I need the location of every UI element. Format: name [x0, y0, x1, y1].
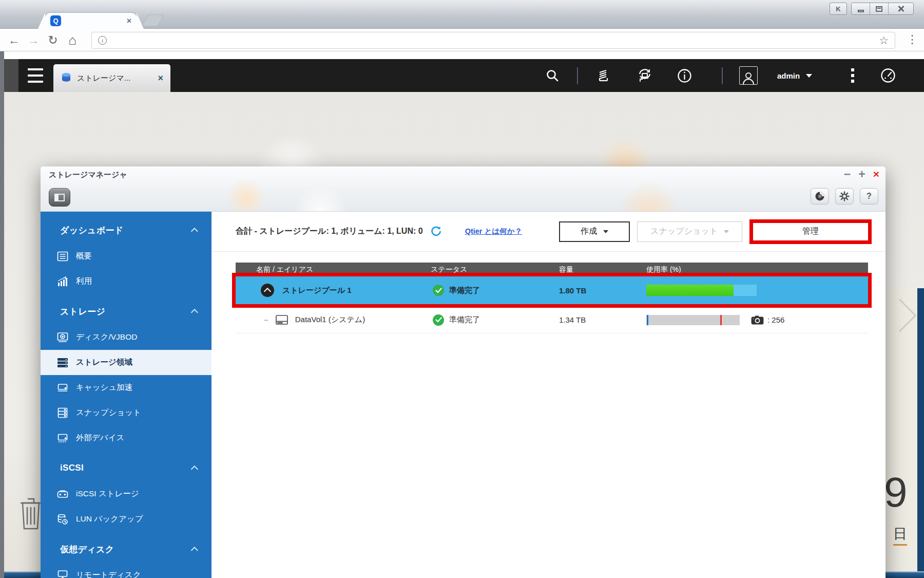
col-capacity: 容量 — [559, 265, 646, 274]
table-row-datavol[interactable]: − DataVol1 (システム) — [236, 307, 868, 333]
sidebar-item-label: 概要 — [76, 251, 92, 262]
qtier-help-link[interactable]: Qtier とは何か？ — [465, 227, 522, 236]
sidebar-item-snapshot[interactable]: スナップショット — [41, 400, 211, 425]
browser-window-controls: K — [830, 3, 914, 15]
sidebar-item-lun-backup[interactable]: LUN バックアップ — [41, 507, 211, 532]
window-close-button[interactable]: × — [873, 167, 879, 181]
window-expand-button[interactable]: + — [858, 167, 865, 181]
usage-bar — [646, 285, 757, 296]
browser-tab[interactable]: Q × — [45, 13, 137, 29]
qts-page: ストレージマ... × — [4, 51, 924, 578]
sidebar-item-label: ストレージ領域 — [76, 357, 132, 368]
help-button[interactable]: ? — [860, 188, 878, 204]
volume-drive-icon — [276, 315, 288, 325]
sidebar: ダッシュボード 概要 — [41, 212, 211, 578]
manage-button[interactable]: 管理 — [753, 223, 868, 240]
new-tab-button[interactable] — [142, 14, 164, 26]
sidebar-item-cache-acceleration[interactable]: キャッシュ加速 — [41, 375, 211, 400]
qts-app-tab-close-icon[interactable]: × — [158, 73, 163, 84]
capacity-value: 1.34 TB — [559, 315, 646, 324]
sidebar-item-label: 外部デバイス — [76, 433, 124, 443]
snapshot-button[interactable]: スナップショット — [637, 221, 742, 242]
col-name: 名前 / エイリアス — [236, 265, 431, 274]
sidebar-item-overview[interactable]: 概要 — [41, 244, 211, 269]
extra-k-button[interactable]: K — [830, 3, 847, 15]
reload-icon[interactable]: ↻ — [45, 29, 61, 51]
sidebar-section-iscsi[interactable]: iSCSI — [41, 455, 211, 481]
sidebar-item-label: LUN バックアップ — [76, 514, 143, 525]
usage-tick-threshold — [720, 315, 722, 325]
usage-bar — [646, 315, 740, 325]
settings-button[interactable] — [835, 188, 854, 204]
chevron-down-icon — [603, 230, 608, 233]
search-icon[interactable] — [542, 59, 563, 92]
maximize-button[interactable] — [870, 3, 889, 14]
home-icon[interactable]: ⌂ — [65, 29, 80, 51]
sidebar-item-external-device[interactable]: 外部デバイス — [41, 425, 211, 451]
summary-bar: 合計 - ストレージプール: 1, ボリューム: 1, LUN: 0 Qtier… — [211, 212, 886, 252]
iscsi-storage-icon — [56, 488, 69, 500]
chevron-up-icon — [191, 228, 198, 235]
chevron-down-icon — [724, 230, 729, 233]
sidebar-item-label: リモートディスク — [76, 570, 141, 578]
section-label: iSCSI — [60, 463, 84, 473]
qts-app-tab[interactable]: ストレージマ... × — [53, 64, 170, 92]
section-label: 仮想ディスク — [60, 544, 114, 555]
storage-manager-window: ストレージマネージャ − + × — [41, 166, 886, 578]
tab-close-icon[interactable]: × — [127, 16, 131, 26]
sidebar-item-storage-space[interactable]: ストレージ領域 — [41, 350, 211, 375]
snapshot-camera-icon — [751, 315, 764, 325]
qnap-logo-icon — [815, 191, 825, 201]
qnap-favicon-icon: Q — [50, 15, 61, 26]
section-label: ストレージ — [60, 306, 105, 318]
sidebar-item-disk-vjbod[interactable]: ディスク/VJBOD — [41, 325, 211, 350]
sidebar-item-remote-disk[interactable]: リモートディスク — [41, 563, 211, 578]
info-icon[interactable] — [674, 59, 695, 92]
help-label: ? — [867, 192, 872, 201]
close-icon — [897, 5, 904, 12]
manage-highlight-box: 管理 — [749, 219, 872, 244]
topbar-edge — [4, 59, 18, 92]
qnap-logo-button[interactable] — [811, 188, 829, 204]
bookmark-star-icon[interactable]: ☆ — [879, 34, 889, 47]
pool-name: ストレージプール 1 — [282, 286, 352, 295]
forward-arrow-icon: → — [26, 29, 41, 51]
qts-app-tab-label: ストレージマ... — [72, 73, 158, 83]
sync-devices-icon[interactable] — [634, 59, 655, 92]
sidebar-item-utilization[interactable]: 利用 — [41, 269, 211, 294]
main-menu-icon[interactable] — [28, 68, 43, 83]
dashboard-gauge-icon[interactable] — [877, 59, 899, 92]
table-row-storage-pool[interactable]: ストレージプール 1 準備完了 1.80 TB — [236, 276, 868, 304]
browser-menu-dots-icon[interactable]: ⋮ — [907, 33, 918, 46]
sidebar-section-virtual-disk[interactable]: 仮想ディスク — [41, 536, 211, 563]
panel-toggle-icon — [54, 194, 65, 201]
collapse-chevron-icon[interactable] — [261, 284, 274, 297]
window-minimize-button[interactable]: − — [844, 167, 851, 181]
main-panel: 合計 - ストレージプール: 1, ボリューム: 1, LUN: 0 Qtier… — [211, 212, 886, 578]
more-menu-icon[interactable] — [845, 59, 860, 92]
address-bar[interactable]: i ☆ — [91, 32, 895, 49]
minimize-button[interactable] — [852, 3, 870, 14]
create-button[interactable]: 作成 — [559, 221, 630, 242]
back-arrow-icon[interactable]: ← — [6, 29, 22, 51]
recycle-bin-icon[interactable] — [18, 494, 43, 533]
admin-menu[interactable]: admin — [770, 59, 819, 92]
gear-icon — [839, 191, 850, 201]
remote-disk-icon — [56, 569, 69, 578]
user-avatar[interactable] — [737, 59, 760, 92]
background-tasks-icon[interactable] — [593, 59, 614, 92]
capacity-value: 1.80 TB — [559, 286, 646, 295]
user-avatar-icon — [739, 66, 758, 85]
chevron-up-icon — [191, 547, 198, 554]
sidebar-item-label: 利用 — [76, 276, 92, 287]
panel-toggle-button[interactable] — [49, 188, 70, 207]
sidebar-section-storage[interactable]: ストレージ — [41, 298, 211, 325]
sidebar-item-label: スナップショット — [76, 407, 141, 418]
refresh-icon[interactable] — [430, 225, 441, 238]
snapshot-label: スナップショット — [650, 226, 718, 237]
page-info-icon[interactable]: i — [98, 36, 107, 45]
topbar-separator — [722, 67, 723, 84]
sidebar-item-iscsi-storage[interactable]: iSCSI ストレージ — [41, 481, 211, 507]
close-button[interactable] — [889, 3, 913, 14]
sidebar-section-dashboard[interactable]: ダッシュボード — [41, 217, 211, 244]
